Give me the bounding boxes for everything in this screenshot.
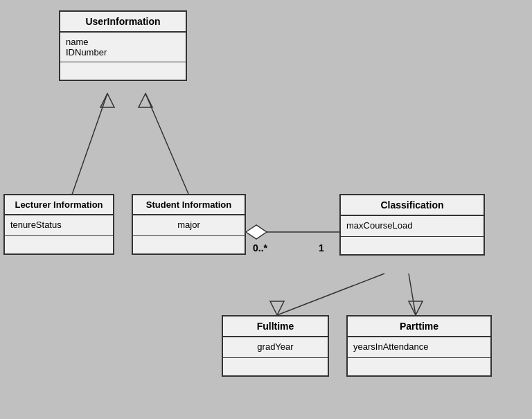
lecturer-information-box: Lecturer Information tenureStatus bbox=[3, 194, 114, 255]
student-information-extra bbox=[133, 236, 245, 253]
svg-marker-9 bbox=[409, 301, 423, 315]
fulltime-title: Fulltime bbox=[223, 317, 328, 337]
classification-attributes: maxCourseLoad bbox=[341, 216, 484, 237]
attr-major: major bbox=[139, 220, 239, 230]
classification-box: Classification maxCourseLoad bbox=[339, 194, 485, 256]
svg-marker-1 bbox=[100, 93, 114, 107]
attr-idnumber: IDNumber bbox=[66, 47, 180, 57]
parttime-attributes: yearsInAttendance bbox=[348, 337, 490, 358]
fulltime-box: Fulltime gradYear bbox=[222, 315, 329, 377]
parttime-box: Parttime yearsInAttendance bbox=[346, 315, 492, 377]
user-information-title: UserInformation bbox=[60, 12, 186, 33]
user-information-attributes: name IDNumber bbox=[60, 33, 186, 62]
attr-yearsinattendance: yearsInAttendance bbox=[353, 341, 485, 352]
classification-extra bbox=[341, 237, 484, 254]
attr-gradyear: gradYear bbox=[229, 341, 322, 352]
multiplicity-zero-many: 0..* bbox=[253, 242, 267, 253]
attr-name: name bbox=[66, 37, 180, 47]
svg-marker-5 bbox=[246, 225, 267, 239]
student-information-box: Student Information major bbox=[132, 194, 246, 255]
fulltime-extra bbox=[223, 358, 328, 375]
user-information-extra bbox=[60, 62, 186, 80]
svg-line-2 bbox=[145, 93, 188, 194]
student-information-attributes: major bbox=[133, 215, 245, 236]
attr-maxcourseload: maxCourseLoad bbox=[346, 220, 478, 231]
svg-line-6 bbox=[277, 274, 384, 315]
parttime-title: Parttime bbox=[348, 317, 490, 337]
parttime-extra bbox=[348, 358, 490, 375]
svg-marker-7 bbox=[270, 301, 284, 315]
fulltime-attributes: gradYear bbox=[223, 337, 328, 358]
lecturer-information-extra bbox=[5, 236, 113, 253]
lecturer-information-title: Lecturer Information bbox=[5, 195, 113, 215]
svg-line-8 bbox=[409, 274, 416, 315]
attr-tenurestatus: tenureStatus bbox=[10, 220, 107, 230]
user-information-box: UserInformation name IDNumber bbox=[59, 10, 187, 81]
lecturer-information-attributes: tenureStatus bbox=[5, 215, 113, 236]
multiplicity-one: 1 bbox=[319, 242, 324, 253]
student-information-title: Student Information bbox=[133, 195, 245, 215]
classification-title: Classification bbox=[341, 195, 484, 216]
svg-marker-3 bbox=[139, 93, 152, 107]
